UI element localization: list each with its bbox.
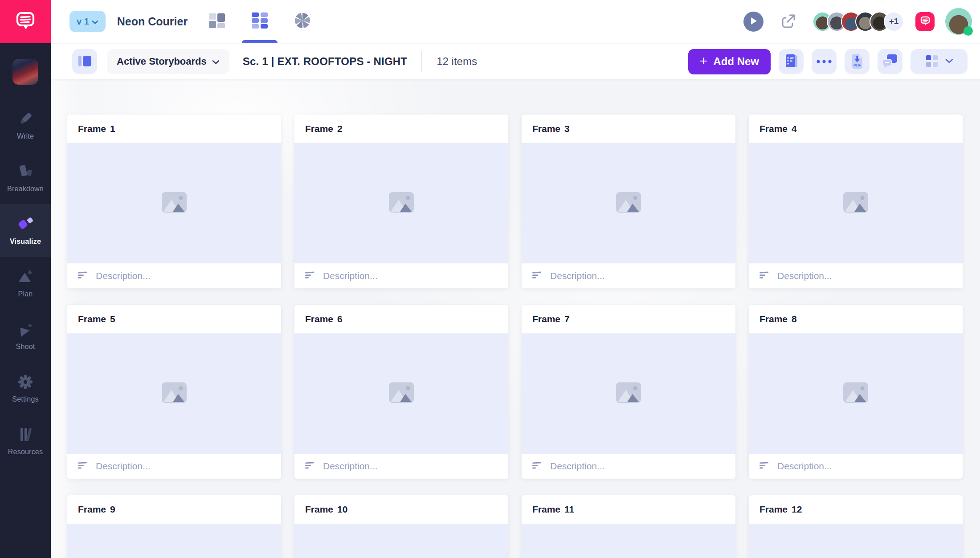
play-button[interactable] xyxy=(743,12,764,32)
sidebar-item-write[interactable]: Write xyxy=(0,99,51,152)
collaborators-overflow-badge[interactable]: +1 xyxy=(884,12,904,32)
frame-description-row[interactable]: Description... xyxy=(749,454,963,479)
frame-card-header: Frame7 xyxy=(522,305,735,333)
view-tabs xyxy=(196,0,324,43)
frame-image-placeholder[interactable] xyxy=(294,143,508,263)
frame-description-input[interactable]: Description... xyxy=(550,461,605,472)
sidebar-nav: Write Breakdown Visual xyxy=(0,99,51,467)
grid-layout-icon xyxy=(925,54,939,70)
frame-image-placeholder[interactable] xyxy=(67,524,281,558)
frame-description-row[interactable]: Description... xyxy=(522,454,735,479)
add-new-button[interactable]: + Add New xyxy=(688,49,771,74)
app-logo[interactable] xyxy=(0,0,51,43)
library-icon xyxy=(16,426,34,443)
storyboard-frame-card[interactable]: Frame7 Description... xyxy=(522,305,735,479)
svg-text:PDF: PDF xyxy=(853,62,861,67)
frame-image-placeholder[interactable] xyxy=(522,143,735,263)
frame-title: Frame9 xyxy=(78,504,115,515)
divider xyxy=(421,51,422,72)
share-button[interactable] xyxy=(780,12,797,31)
storyboard-selector-dropdown[interactable]: Active Storyboards xyxy=(107,49,229,74)
frame-title: Frame7 xyxy=(532,314,570,324)
image-icon xyxy=(389,192,414,214)
version-label: v 1 xyxy=(77,16,89,27)
frame-image-placeholder[interactable] xyxy=(67,143,281,263)
frame-image-placeholder[interactable] xyxy=(522,524,735,558)
frame-description-row[interactable]: Description... xyxy=(67,454,281,479)
frame-description-row[interactable]: Description... xyxy=(749,263,963,288)
sidebar-item-plan[interactable]: Plan xyxy=(0,257,51,309)
frame-image-placeholder[interactable] xyxy=(749,524,963,558)
sidebar-item-breakdown[interactable]: Breakdown xyxy=(0,152,51,204)
frame-image-placeholder[interactable] xyxy=(749,333,963,454)
project-avatar[interactable] xyxy=(12,59,38,85)
sidebar-item-shoot[interactable]: Shoot xyxy=(0,309,51,362)
frame-description-row[interactable]: Description... xyxy=(522,263,735,288)
image-icon xyxy=(843,192,868,214)
storyboard-frame-card[interactable]: Frame10 Description... xyxy=(294,495,508,558)
board-panel-button[interactable] xyxy=(72,49,97,74)
storyboard-frame-card[interactable]: Frame8 Description... xyxy=(749,305,963,479)
frame-description-input[interactable]: Description... xyxy=(96,271,151,281)
shutter-icon xyxy=(293,11,312,32)
storyboard-frame-card[interactable]: Frame4 Description... xyxy=(749,115,963,288)
frame-image-placeholder[interactable] xyxy=(67,333,281,454)
frame-card-header: Frame9 xyxy=(67,495,281,524)
frame-image-placeholder[interactable] xyxy=(749,143,963,263)
storyboard-frame-card[interactable]: Frame11 Description... xyxy=(522,495,735,558)
sidebar: Write Breakdown Visual xyxy=(0,0,51,558)
frame-description-input[interactable]: Description... xyxy=(777,271,832,281)
play-icon xyxy=(750,16,758,27)
frame-image-placeholder[interactable] xyxy=(294,524,508,558)
pen-icon xyxy=(17,110,34,128)
notes-button[interactable] xyxy=(779,49,804,74)
sidebar-item-label: Resources xyxy=(8,448,43,456)
storyboard-frame-card[interactable]: Frame2 Description... xyxy=(294,115,508,288)
storyboard-frame-card[interactable]: Frame3 Description... xyxy=(522,115,735,288)
more-options-button[interactable] xyxy=(812,49,837,74)
sidebar-item-resources[interactable]: Resources xyxy=(0,414,51,467)
version-dropdown[interactable]: v 1 xyxy=(69,11,106,32)
text-lines-icon xyxy=(305,271,315,280)
storyboard-frame-card[interactable]: Frame12 Description... xyxy=(749,495,963,558)
frame-description-input[interactable]: Description... xyxy=(777,461,832,472)
storyboard-frame-card[interactable]: Frame9 Description... xyxy=(67,495,281,558)
frame-image-placeholder[interactable] xyxy=(294,333,508,454)
pdf-export-icon: PDF xyxy=(848,52,866,71)
frame-card-header: Frame8 xyxy=(749,305,963,333)
text-lines-icon xyxy=(760,271,769,280)
frame-description-row[interactable]: Description... xyxy=(294,454,508,479)
user-avatar[interactable] xyxy=(945,8,972,35)
frame-description-row[interactable]: Description... xyxy=(294,263,508,288)
gear-icon xyxy=(17,373,34,391)
comments-button[interactable] xyxy=(878,49,902,74)
storyboard-selector-label: Active Storyboards xyxy=(117,56,207,67)
frame-title: Frame12 xyxy=(760,504,802,515)
app-chat-button[interactable] xyxy=(915,12,935,31)
frame-description-input[interactable]: Description... xyxy=(323,271,378,281)
layout-board-icon xyxy=(208,11,226,32)
frame-image-placeholder[interactable] xyxy=(522,333,735,454)
send-icon xyxy=(16,320,34,338)
layout-selector-button[interactable] xyxy=(911,49,968,74)
sidebar-item-visualize[interactable]: Visualize xyxy=(0,204,51,257)
plus-icon: + xyxy=(700,54,708,68)
sidebar-item-settings[interactable]: Settings xyxy=(0,362,51,414)
storyboard-frame-card[interactable]: Frame6 Description... xyxy=(294,305,508,479)
scene-title: Sc. 1 | EXT. ROOFTOPS - NIGHT xyxy=(243,55,407,68)
frame-card-header: Frame4 xyxy=(749,115,963,143)
tab-layout-view[interactable] xyxy=(207,0,227,43)
export-pdf-button[interactable]: PDF xyxy=(845,49,870,74)
frame-description-input[interactable]: Description... xyxy=(96,461,151,472)
frame-description-input[interactable]: Description... xyxy=(550,271,605,281)
chevron-down-icon xyxy=(212,56,220,67)
frame-description-row[interactable]: Description... xyxy=(67,263,281,288)
storyboard-frame-card[interactable]: Frame5 Description... xyxy=(67,305,281,479)
breakdown-icon xyxy=(16,163,34,181)
storyboard-frame-card[interactable]: Frame1 Description... xyxy=(67,115,281,288)
tab-shots-view[interactable] xyxy=(292,0,313,43)
frame-card-header: Frame12 xyxy=(749,495,963,524)
frame-description-input[interactable]: Description... xyxy=(323,461,378,472)
sidebar-item-label: Breakdown xyxy=(7,185,44,193)
tab-grid-view[interactable] xyxy=(249,0,270,43)
